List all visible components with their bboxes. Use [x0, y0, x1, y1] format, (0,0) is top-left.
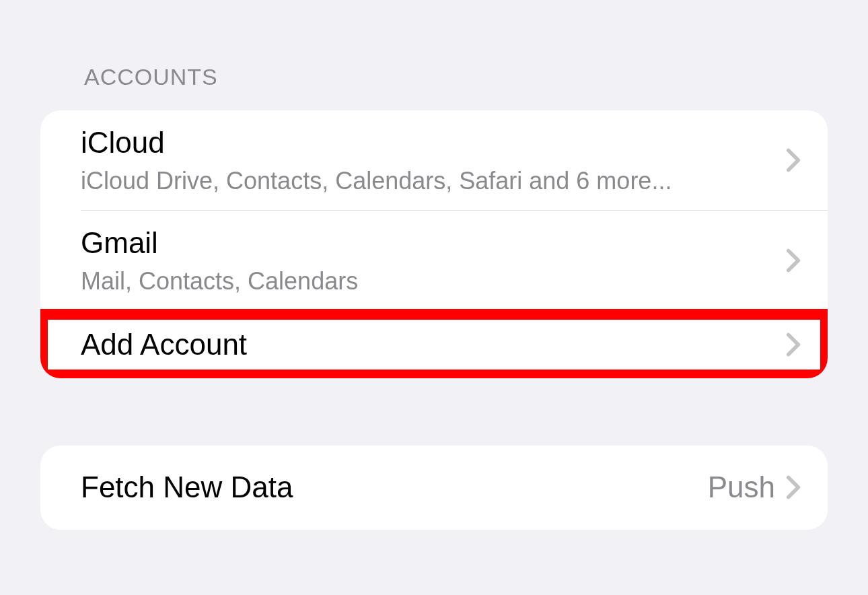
- fetch-value: Push: [708, 470, 775, 504]
- chevron-right-icon: [786, 147, 801, 173]
- account-title: iCloud: [81, 125, 786, 161]
- fetch-title: Fetch New Data: [81, 470, 708, 505]
- chevron-right-icon: [786, 475, 801, 500]
- add-account-label: Add Account: [81, 327, 786, 363]
- fetch-row-content: Fetch New Data: [81, 470, 708, 505]
- accounts-section-header: ACCOUNTS: [84, 64, 828, 90]
- account-row-content: Gmail Mail, Contacts, Calendars: [81, 225, 786, 295]
- accounts-group: iCloud iCloud Drive, Contacts, Calendars…: [40, 110, 828, 378]
- add-account-row[interactable]: Add Account: [40, 311, 828, 378]
- fetch-group: Fetch New Data Push: [40, 446, 828, 530]
- account-row-icloud[interactable]: iCloud iCloud Drive, Contacts, Calendars…: [40, 110, 828, 210]
- account-row-content: Add Account: [81, 327, 786, 363]
- chevron-right-icon: [786, 248, 801, 273]
- account-subtitle: Mail, Contacts, Calendars: [81, 267, 786, 295]
- account-subtitle: iCloud Drive, Contacts, Calendars, Safar…: [81, 166, 786, 195]
- fetch-new-data-row[interactable]: Fetch New Data Push: [40, 446, 828, 530]
- account-title: Gmail: [81, 225, 786, 261]
- account-row-content: iCloud iCloud Drive, Contacts, Calendars…: [81, 125, 786, 195]
- chevron-right-icon: [786, 332, 801, 357]
- account-row-gmail[interactable]: Gmail Mail, Contacts, Calendars: [40, 211, 828, 310]
